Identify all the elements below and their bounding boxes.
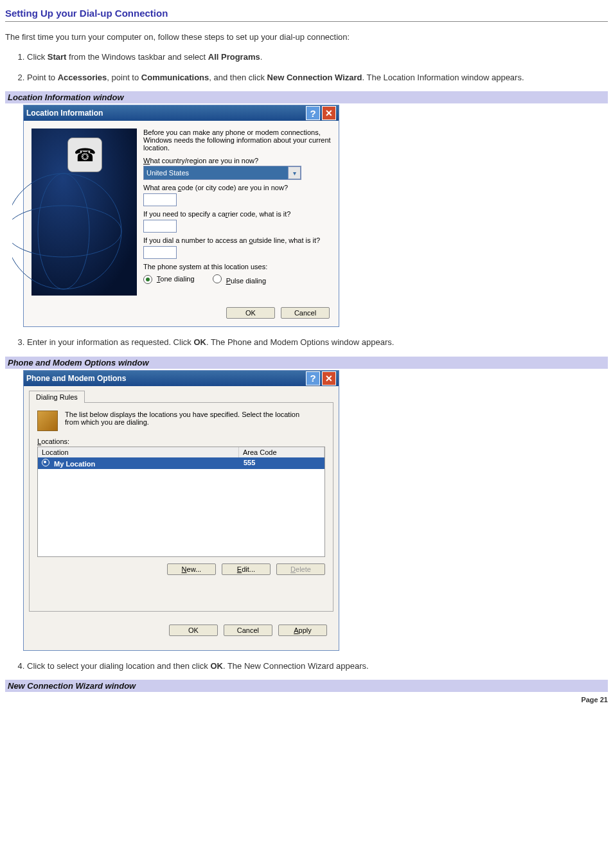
titlebar: Location Information ? ✕ [24, 105, 339, 121]
radio-checked-icon [143, 275, 152, 284]
location-information-dialog: Location Information ? ✕ ☎ Before you ca… [23, 105, 339, 327]
step-2: Point to Accessories, point to Communica… [27, 71, 608, 84]
svg-point-2 [38, 173, 89, 289]
dialog-description: Before you can make any phone or modem c… [143, 128, 331, 152]
country-label: What country/region are you in now? [143, 157, 331, 164]
close-button[interactable]: ✕ [322, 371, 336, 385]
new-button[interactable]: New... [167, 563, 216, 575]
window-title: Phone and Modem Options [26, 374, 304, 383]
phone-modem-options-dialog: Phone and Modem Options ? ✕ Dialing Rule… [23, 370, 339, 651]
step-3: Enter in your information as requested. … [27, 336, 608, 349]
ok-button[interactable]: OK [169, 624, 218, 636]
edit-button[interactable]: Edit... [222, 563, 271, 575]
col-location[interactable]: Location [38, 447, 239, 457]
locations-table[interactable]: Location Area Code My Location 555 [37, 447, 325, 557]
svg-point-0 [12, 173, 121, 289]
close-button[interactable]: ✕ [322, 106, 336, 120]
intro-text: The first time you turn your computer on… [5, 32, 608, 42]
location-target-icon [42, 459, 49, 466]
ok-button[interactable]: OK [226, 307, 275, 319]
tab-dialing-rules[interactable]: Dialing Rules [29, 391, 85, 403]
dialog-sidebar-graphic: ☎ [31, 128, 137, 296]
area-code-label: What area code (or city code) are you in… [143, 184, 331, 191]
help-button[interactable]: ? [306, 106, 320, 120]
area-code-input[interactable] [143, 193, 177, 206]
col-area-code[interactable]: Area Code [239, 447, 324, 457]
step-4: Click to select your dialing location an… [27, 660, 608, 673]
help-button[interactable]: ? [306, 371, 320, 385]
page-title: Setting Up your Dial-up Connection [5, 8, 608, 22]
globe-icon [12, 167, 141, 296]
cancel-button[interactable]: Cancel [224, 624, 272, 636]
radio-unchecked-icon [213, 274, 222, 283]
caption-phone-modem: Phone and Modem Options window [5, 357, 608, 369]
chevron-down-icon[interactable]: ▾ [288, 166, 301, 179]
tone-dialing-radio[interactable]: Tone dialing [143, 275, 195, 284]
pulse-dialing-radio[interactable]: Pulse dialing [213, 274, 266, 285]
carrier-code-input[interactable] [143, 220, 177, 233]
step-1: Click Start from the Windows taskbar and… [27, 51, 608, 64]
svg-point-1 [12, 206, 121, 257]
country-dropdown[interactable]: United States ▾ [143, 166, 301, 180]
phone-modem-icon [37, 411, 58, 431]
window-title: Location Information [26, 109, 304, 118]
caption-new-connection-wizard: New Connection Wizard window [5, 680, 608, 692]
caption-location-info: Location Information window [5, 91, 608, 103]
titlebar: Phone and Modem Options ? ✕ [24, 371, 339, 386]
page-number: Page 21 [5, 696, 608, 704]
table-header: Location Area Code [38, 447, 324, 457]
cancel-button[interactable]: Cancel [281, 307, 330, 319]
outside-line-label: If you dial a number to access an outsid… [143, 236, 331, 244]
carrier-code-label: If you need to specify a carrier code, w… [143, 210, 331, 218]
apply-button[interactable]: Apply [278, 624, 327, 636]
outside-line-input[interactable] [143, 246, 177, 259]
table-row[interactable]: My Location 555 [38, 457, 324, 469]
locations-label: Locations: [37, 438, 325, 445]
dialog-description: The list below displays the locations yo… [65, 411, 303, 426]
delete-button: Delete [276, 563, 325, 575]
phone-system-label: The phone system at this location uses: [143, 263, 331, 270]
